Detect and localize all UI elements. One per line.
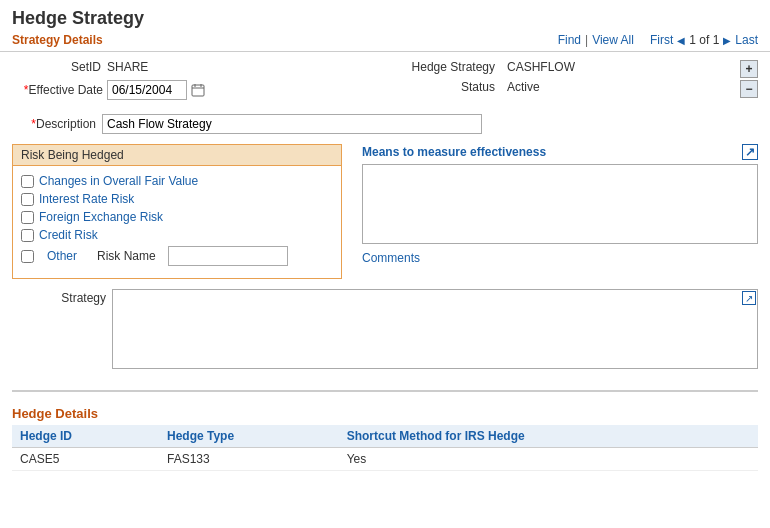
description-label: Description xyxy=(12,117,102,131)
risk-checkbox-fair-value[interactable] xyxy=(21,175,34,188)
table-row: CASE5 FAS133 Yes xyxy=(12,448,758,471)
col-shortcut-method: Shortcut Method for IRS Hedge xyxy=(339,425,758,448)
status-label: Status xyxy=(391,80,501,94)
risk-name-label: Risk Name xyxy=(97,249,156,263)
risk-item-interest-rate: Interest Rate Risk xyxy=(21,192,333,206)
col-hedge-id: Hedge ID xyxy=(12,425,159,448)
next-arrow[interactable]: ▶ xyxy=(723,35,731,46)
strategy-textarea[interactable] xyxy=(112,289,758,369)
calendar-icon[interactable] xyxy=(189,81,207,99)
col-hedge-type: Hedge Type xyxy=(159,425,339,448)
prev-arrow[interactable]: ◀ xyxy=(677,35,685,46)
cell-hedge-type: FAS133 xyxy=(159,448,339,471)
strategy-details-label: Strategy Details xyxy=(12,33,103,47)
svg-rect-0 xyxy=(192,85,204,96)
comments-link[interactable]: Comments xyxy=(362,251,420,265)
strategy-expand-icon[interactable]: ↗ xyxy=(742,291,756,305)
last-link[interactable]: Last xyxy=(735,33,758,47)
risk-box-header: Risk Being Hedged xyxy=(13,145,341,166)
first-link[interactable]: First xyxy=(650,33,673,47)
risk-checkbox-foreign-exchange[interactable] xyxy=(21,211,34,224)
page-title: Hedge Strategy xyxy=(12,8,758,29)
risk-checkbox-other[interactable] xyxy=(21,250,34,263)
risk-item-fair-value: Changes in Overall Fair Value xyxy=(21,174,333,188)
setid-label: SetID xyxy=(12,60,107,74)
risk-checkbox-interest-rate[interactable] xyxy=(21,193,34,206)
find-link[interactable]: Find xyxy=(558,33,581,47)
status-value: Active xyxy=(507,80,540,94)
effective-date-input[interactable] xyxy=(107,80,187,100)
hedge-strategy-label: Hedge Strategy xyxy=(391,60,501,74)
cell-hedge-id: CASE5 xyxy=(12,448,159,471)
hedge-strategy-value: CASHFLOW xyxy=(507,60,575,74)
hedge-details-table: Hedge ID Hedge Type Shortcut Method for … xyxy=(12,425,758,471)
setid-value: SHARE xyxy=(107,60,148,74)
hedge-details-header: Hedge Details xyxy=(12,400,758,425)
page-info: 1 of 1 xyxy=(689,33,719,47)
navigation-bar: Find | View All First ◀ 1 of 1 ▶ Last xyxy=(558,33,758,47)
add-button[interactable]: + xyxy=(740,60,758,78)
nav-separator: | xyxy=(585,33,588,47)
risk-item-foreign-exchange: Foreign Exchange Risk xyxy=(21,210,333,224)
view-all-link[interactable]: View All xyxy=(592,33,634,47)
strategy-label: Strategy xyxy=(12,289,112,305)
effective-date-label: Effective Date xyxy=(12,83,107,97)
section-divider xyxy=(12,390,758,392)
risk-item-credit-risk: Credit Risk xyxy=(21,228,333,242)
cell-shortcut: Yes xyxy=(339,448,758,471)
risk-name-input[interactable] xyxy=(168,246,288,266)
means-label: Means to measure effectiveness ↗ xyxy=(362,144,758,160)
risk-checkbox-credit-risk[interactable] xyxy=(21,229,34,242)
risk-item-other: Other Risk Name xyxy=(21,246,333,266)
means-textarea[interactable] xyxy=(362,164,758,244)
means-expand-icon[interactable]: ↗ xyxy=(742,144,758,160)
remove-button[interactable]: − xyxy=(740,80,758,98)
description-input[interactable] xyxy=(102,114,482,134)
